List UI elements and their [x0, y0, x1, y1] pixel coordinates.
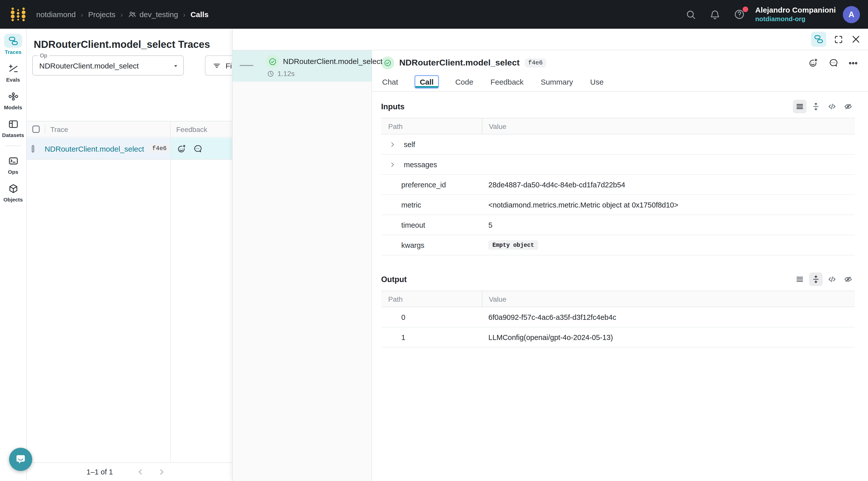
close-button[interactable] — [851, 34, 861, 44]
hide-view-button[interactable] — [841, 100, 855, 113]
sidebar-item-traces[interactable]: Traces — [0, 34, 26, 55]
user-org: notdiamond-org — [755, 15, 836, 23]
sidebar-item-objects[interactable]: Objects — [0, 181, 26, 203]
feedback-column-header[interactable]: Feedback — [170, 125, 232, 133]
comment-button[interactable] — [828, 58, 838, 68]
add-reaction-button[interactable] — [808, 58, 818, 68]
expand-view-button[interactable] — [809, 100, 823, 113]
traces-table-header: Trace Feedback — [27, 121, 232, 138]
breadcrumb-team[interactable]: dev_testing — [128, 10, 178, 19]
code-view-button[interactable] — [825, 100, 839, 113]
output-section: Output — [381, 272, 855, 348]
table-row[interactable]: NDRouterClient.model_select f4e6 — [27, 138, 232, 160]
pagination-bar: 1–1 of 1 — [27, 462, 232, 481]
breadcrumb-separator: › — [81, 10, 83, 19]
overlay-body: NDRouterClient.model_select 1.12s — [232, 50, 868, 481]
breadcrumb-projects[interactable]: Projects — [88, 10, 115, 19]
tab-feedback[interactable]: Feedback — [489, 76, 525, 88]
expand-vertical-icon — [812, 275, 820, 283]
chat-launcher-button[interactable] — [9, 448, 32, 471]
select-all-checkbox[interactable] — [32, 125, 39, 133]
kv-value: LLMConfig(openai/gpt-4o-2024-05-13) — [482, 333, 855, 341]
previous-page-button[interactable] — [136, 468, 145, 477]
breadcrumb-team-label: dev_testing — [140, 10, 178, 19]
sidebar-item-evals[interactable]: Evals — [0, 61, 26, 83]
app-root: notdiamond › Projects › dev_testing › Ca… — [0, 0, 868, 481]
trace-link[interactable]: NDRouterClient.model_select — [44, 144, 144, 153]
inputs-heading: Inputs — [381, 102, 405, 111]
call-title: NDRouterClient.model_select — [399, 58, 520, 68]
sidebar-item-models[interactable]: Models — [0, 89, 26, 110]
breadcrumb-org[interactable]: notdiamond — [36, 10, 76, 19]
kv-value: Empty object — [482, 240, 855, 250]
op-select[interactable]: Op NDRouterClient.model_select — [32, 55, 184, 76]
tab-summary[interactable]: Summary — [540, 76, 574, 88]
trace-column-header[interactable]: Trace — [45, 125, 170, 133]
filter-icon — [213, 61, 221, 70]
kv-path-label: 1 — [381, 333, 482, 341]
call-tabs: Chat Call Code Feedback Summary Use — [372, 72, 868, 92]
table-row: kwargs Empty object — [381, 235, 855, 255]
inputs-table-header: Path Value — [381, 118, 855, 134]
help-button[interactable] — [734, 8, 745, 20]
sidebar-label: Ops — [8, 169, 19, 175]
list-view-button[interactable] — [793, 100, 807, 113]
kv-value: 6f0a9092-f57c-4ac6-a35f-d3f12fc4eb4c — [482, 313, 855, 321]
expand-view-button[interactable] — [809, 272, 823, 286]
show-traces-toggle[interactable] — [811, 32, 826, 47]
comment-button[interactable] — [193, 144, 203, 153]
chevron-right-icon — [157, 468, 166, 477]
code-icon — [828, 102, 836, 111]
table-row: metric <notdiamond.metrics.metric.Metric… — [381, 195, 855, 215]
fullscreen-button[interactable] — [834, 34, 843, 44]
kv-path-label: preference_id — [381, 181, 482, 189]
hide-view-button[interactable] — [841, 272, 855, 286]
tab-code[interactable]: Code — [454, 76, 474, 88]
column-divider — [170, 121, 171, 462]
table-row: messages — [381, 155, 855, 175]
chevron-left-icon — [136, 468, 145, 477]
tree-item-title: NDRouterClient.model_select — [283, 57, 382, 65]
expand-vertical-icon — [812, 102, 820, 111]
notifications-button[interactable] — [709, 9, 720, 20]
sidebar-item-ops[interactable]: Ops — [0, 154, 26, 175]
smiley-plus-icon — [808, 58, 818, 68]
list-icon — [796, 102, 804, 111]
op-select-value: NDRouterClient.model_select — [39, 61, 139, 70]
empty-object-badge: Empty object — [488, 240, 538, 250]
trace-tree-panel: NDRouterClient.model_select 1.12s — [232, 50, 372, 481]
close-icon — [851, 34, 861, 44]
sidebar-divider — [5, 146, 21, 146]
output-view-tools — [793, 272, 855, 286]
comment-icon — [828, 58, 838, 68]
more-options-button[interactable] — [848, 58, 858, 68]
trace-cell: NDRouterClient.model_select f4e6 — [27, 138, 170, 159]
select-all-cell — [27, 125, 45, 133]
kv-path-label: kwargs — [381, 241, 482, 249]
sidebar-item-datasets[interactable]: Datasets — [0, 117, 26, 138]
next-page-button[interactable] — [157, 468, 166, 477]
kv-value: 5 — [482, 221, 855, 229]
search-button[interactable] — [685, 9, 696, 20]
table-row: 0 6f0a9092-f57c-4ac6-a35f-d3f12fc4eb4c — [381, 307, 855, 327]
wandb-logo-icon[interactable] — [8, 4, 28, 24]
user-menu[interactable]: Alejandro Companioni notdiamond-org — [755, 5, 836, 23]
tab-use[interactable]: Use — [589, 76, 604, 88]
avatar[interactable]: A — [843, 6, 860, 23]
dropdown-caret-icon — [172, 62, 179, 69]
list-view-button[interactable] — [793, 272, 807, 286]
team-icon — [128, 10, 136, 19]
eye-off-icon — [844, 102, 852, 111]
tab-call[interactable]: Call — [414, 75, 439, 89]
tree-item-selected[interactable]: NDRouterClient.model_select 1.12s — [232, 50, 372, 82]
eye-off-icon — [844, 275, 852, 283]
tab-chat[interactable]: Chat — [381, 76, 399, 88]
row-checkbox[interactable] — [32, 145, 34, 152]
breadcrumb-separator: › — [183, 10, 185, 19]
traces-icon — [4, 34, 22, 48]
chevron-right-icon[interactable] — [389, 141, 396, 148]
add-reaction-button[interactable] — [177, 144, 186, 153]
chevron-right-icon[interactable] — [389, 161, 396, 168]
kv-value: 28de4887-da50-4d4c-84eb-cd1fa7d22b54 — [482, 181, 855, 189]
code-view-button[interactable] — [825, 272, 839, 286]
